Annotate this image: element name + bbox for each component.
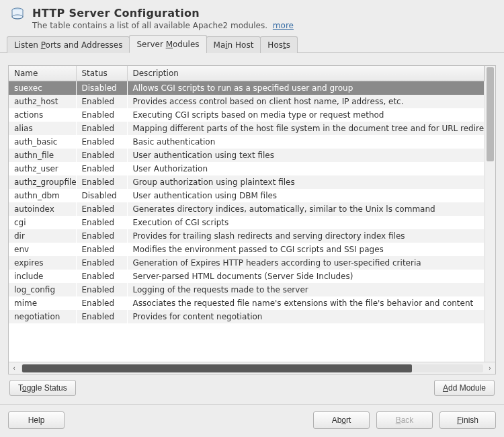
cell-desc: Execution of CGI scripts (127, 216, 485, 229)
cell-status: Enabled (76, 108, 127, 122)
cell-desc: User authentication using text files (127, 149, 485, 162)
cell-desc: Provides for content negotiation (127, 310, 485, 323)
cell-desc: Mapping different parts of the host file… (127, 122, 485, 135)
cell-name: include (9, 270, 76, 283)
cell-name: authz_user (9, 162, 76, 175)
cell-name: authz_host (9, 95, 76, 108)
cell-name: authn_dbm (9, 189, 76, 202)
cell-desc: User Authorization (127, 162, 485, 175)
page-subtitle: The table contains a list of all availab… (32, 21, 495, 30)
scroll-right-icon[interactable]: › (485, 363, 495, 374)
cell-name: actions (9, 108, 76, 122)
cell-status: Enabled (76, 243, 127, 256)
table-row[interactable]: dirEnabledProvides for trailing slash re… (9, 229, 485, 243)
cell-name: autoindex (9, 202, 76, 216)
cell-name: cgi (9, 216, 76, 229)
cell-name: authn_file (9, 149, 76, 162)
tab-0[interactable]: Listen Ports and Addresses (7, 36, 130, 53)
cell-status: Enabled (76, 216, 127, 229)
add-module-button[interactable]: Add Module (434, 380, 495, 396)
table-row[interactable]: negotiationEnabledProvides for content n… (9, 310, 485, 323)
cell-status: Enabled (76, 202, 127, 216)
cell-desc: Generation of Expires HTTP headers accor… (127, 256, 485, 270)
cell-status: Enabled (76, 256, 127, 270)
scroll-left-icon[interactable]: ‹ (9, 363, 19, 374)
cell-status: Enabled (76, 162, 127, 175)
table-row[interactable]: authn_dbmDisabledUser authentication usi… (9, 189, 485, 202)
cell-name: negotiation (9, 310, 76, 323)
cell-desc: Basic authentication (127, 135, 485, 149)
tab-3[interactable]: Hosts (260, 36, 298, 53)
cell-desc: Generates directory indices, automatical… (127, 202, 485, 216)
table-row[interactable]: suexecDisabledAllows CGI scripts to run … (9, 81, 485, 95)
col-header-description[interactable]: Description (127, 66, 485, 81)
table-row[interactable]: authz_groupfileEnabledGroup authorizatio… (9, 175, 485, 189)
table-row[interactable]: autoindexEnabledGenerates directory indi… (9, 202, 485, 216)
cell-status: Enabled (76, 310, 127, 323)
table-row[interactable]: auth_basicEnabledBasic authentication (9, 135, 485, 149)
table-row[interactable]: actionsEnabledExecuting CGI scripts base… (9, 108, 485, 122)
cell-desc: Allows CGI scripts to run as a specified… (127, 81, 485, 95)
table-row[interactable]: authz_userEnabledUser Authorization (9, 162, 485, 175)
cell-name: log_config (9, 283, 76, 296)
table-row[interactable]: log_configEnabledLogging of the requests… (9, 283, 485, 296)
cell-status: Enabled (76, 149, 127, 162)
header: HTTP Server Configuration The table cont… (0, 0, 504, 34)
vertical-scroll-thumb[interactable] (487, 67, 494, 161)
cell-name: expires (9, 256, 76, 270)
table-row[interactable]: authz_hostEnabledProvides access control… (9, 95, 485, 108)
cell-name: env (9, 243, 76, 256)
cell-desc: Modifies the environment passed to CGI s… (127, 243, 485, 256)
more-link[interactable]: more (273, 21, 294, 30)
cell-desc: Group authorization using plaintext file… (127, 175, 485, 189)
toggle-status-button[interactable]: Toggle Status (9, 380, 76, 396)
cell-name: dir (9, 229, 76, 243)
modules-table: Name Status Description suexecDisabledAl… (8, 65, 496, 374)
cell-name: auth_basic (9, 135, 76, 149)
page-title: HTTP Server Configuration (32, 7, 495, 19)
cell-status: Disabled (76, 189, 127, 202)
horizontal-scrollbar[interactable]: ‹ › (9, 362, 495, 374)
cell-status: Enabled (76, 283, 127, 296)
cell-status: Enabled (76, 229, 127, 243)
horizontal-scroll-thumb[interactable] (22, 364, 412, 372)
content: Name Status Description suexecDisabledAl… (0, 53, 504, 404)
tab-2[interactable]: Main Host (206, 36, 261, 53)
cell-desc: Associates the requested file name's ext… (127, 296, 485, 310)
finish-button[interactable]: Finish (439, 411, 496, 429)
cell-status: Enabled (76, 135, 127, 149)
table-row[interactable]: authn_fileEnabledUser authentication usi… (9, 149, 485, 162)
cell-desc: User authentication using DBM files (127, 189, 485, 202)
cell-desc: Server-parsed HTML documents (Server Sid… (127, 270, 485, 283)
subtitle-text: The table contains a list of all availab… (32, 21, 267, 30)
vertical-scrollbar[interactable] (485, 66, 495, 362)
server-icon (9, 7, 26, 23)
cell-name: alias (9, 122, 76, 135)
help-button[interactable]: Help (8, 411, 65, 429)
table-row[interactable]: includeEnabledServer-parsed HTML documen… (9, 270, 485, 283)
cell-desc: Provides access control based on client … (127, 95, 485, 108)
col-header-name[interactable]: Name (9, 66, 76, 81)
cell-status: Enabled (76, 95, 127, 108)
table-row[interactable]: cgiEnabledExecution of CGI scripts (9, 216, 485, 229)
cell-status: Disabled (76, 81, 127, 95)
cell-name: suexec (9, 81, 76, 95)
table-row[interactable]: expiresEnabledGeneration of Expires HTTP… (9, 256, 485, 270)
table-row[interactable]: mimeEnabledAssociates the requested file… (9, 296, 485, 310)
cell-status: Enabled (76, 296, 127, 310)
cell-desc: Provides for trailing slash redirects an… (127, 229, 485, 243)
cell-desc: Logging of the requests made to the serv… (127, 283, 485, 296)
footer: Help Abort Back Finish (0, 404, 504, 437)
cell-desc: Executing CGI scripts based on media typ… (127, 108, 485, 122)
table-row[interactable]: envEnabledModifies the environment passe… (9, 243, 485, 256)
abort-button[interactable]: Abort (313, 411, 370, 429)
tab-bar: Listen Ports and AddressesServer Modules… (0, 34, 504, 53)
table-row[interactable]: aliasEnabledMapping different parts of t… (9, 122, 485, 135)
col-header-status[interactable]: Status (76, 66, 127, 81)
cell-status: Enabled (76, 175, 127, 189)
tab-1[interactable]: Server Modules (129, 35, 206, 53)
cell-name: authz_groupfile (9, 175, 76, 189)
cell-status: Enabled (76, 270, 127, 283)
cell-status: Enabled (76, 122, 127, 135)
back-button: Back (376, 411, 433, 429)
